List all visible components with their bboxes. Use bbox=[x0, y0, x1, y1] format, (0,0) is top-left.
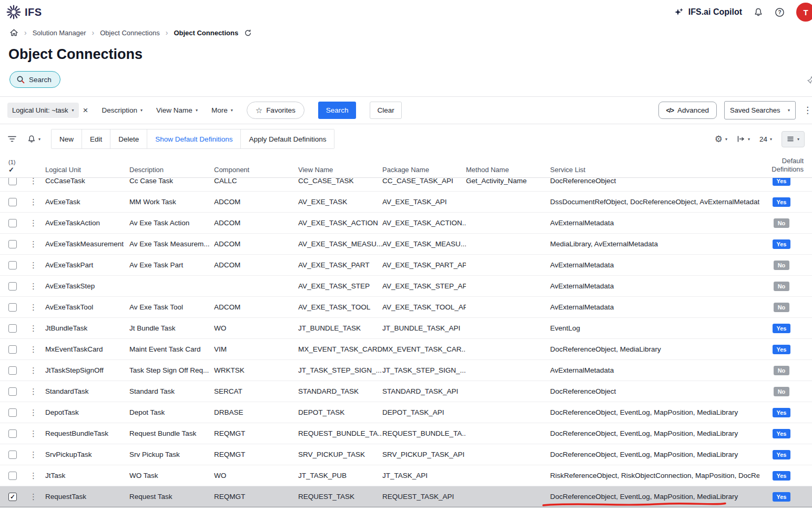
default-definitions-badge: No bbox=[774, 261, 790, 270]
row-menu-icon[interactable]: ⋮ bbox=[29, 218, 37, 227]
row-checkbox[interactable] bbox=[8, 240, 17, 248]
copilot-button[interactable]: IFS.ai Copilot bbox=[674, 7, 742, 17]
row-menu-icon[interactable]: ⋮ bbox=[29, 471, 37, 480]
chevron-down-icon: ▾ bbox=[38, 137, 40, 142]
row-checkbox[interactable] bbox=[8, 324, 17, 333]
table-row[interactable]: ⋮AvExeTaskMM Work TaskADCOMAV_EXE_TASKAV… bbox=[0, 192, 812, 213]
cell-view-name: DEPOT_TASK bbox=[298, 408, 382, 416]
notifications-bell-icon[interactable] bbox=[754, 7, 763, 17]
row-menu-icon[interactable]: ⋮ bbox=[29, 492, 37, 501]
cell-package-name: CC_CASE_TASK_API bbox=[382, 178, 466, 185]
select-all-check-icon[interactable]: ✓ bbox=[8, 166, 14, 174]
row-checkbox[interactable] bbox=[8, 408, 17, 417]
table-row[interactable]: ⋮AvExeTaskToolAv Exe Task ToolADCOMAV_EX… bbox=[0, 297, 812, 318]
row-menu-icon[interactable]: ⋮ bbox=[29, 429, 37, 438]
cell-service-list: AvExternalMetadata bbox=[550, 261, 759, 269]
row-checkbox[interactable] bbox=[8, 429, 17, 438]
table-row[interactable]: ⋮CcCaseTaskCc Case TaskCALLCCC_CASE_TASK… bbox=[0, 178, 812, 192]
row-menu-icon[interactable]: ⋮ bbox=[29, 408, 37, 417]
row-menu-icon[interactable]: ⋮ bbox=[29, 178, 37, 185]
remove-filter-icon[interactable]: × bbox=[83, 106, 88, 115]
row-menu-icon[interactable]: ⋮ bbox=[29, 366, 37, 375]
column-header-view-name[interactable]: View Name bbox=[298, 166, 382, 174]
table-settings-dropdown[interactable]: ⚙ ▾ bbox=[715, 135, 727, 144]
row-checkbox[interactable] bbox=[8, 387, 17, 396]
search-button[interactable]: Search bbox=[318, 102, 357, 119]
advanced-search-button[interactable]: </> Advanced bbox=[658, 102, 717, 119]
table-row[interactable]: ⋮AvExeTaskStepAV_EXE_TASK_STEPAV_EXE_TAS… bbox=[0, 276, 812, 297]
favorites-button[interactable]: ☆ Favorites bbox=[247, 102, 304, 119]
cell-logical-unit: RequestTask bbox=[45, 493, 129, 501]
row-checkbox[interactable] bbox=[8, 282, 17, 291]
table-row[interactable]: ⋮MxEventTaskCardMaint Event Task CardVIM… bbox=[0, 339, 812, 360]
table-row[interactable]: ⋮AvExeTaskPartAv Exe Task PartADCOMAV_EX… bbox=[0, 255, 812, 276]
row-checkbox[interactable] bbox=[8, 345, 17, 354]
table-row[interactable]: ✓⋮RequestTaskRequest TaskREQMGTREQUEST_T… bbox=[0, 486, 812, 507]
default-definitions-badge: Yes bbox=[773, 239, 791, 249]
table-row[interactable]: ⋮RequestBundleTaskRequest Bundle TaskREQ… bbox=[0, 423, 812, 444]
brand[interactable]: IFS bbox=[5, 4, 42, 21]
row-menu-icon[interactable]: ⋮ bbox=[29, 345, 37, 354]
column-header-method-name[interactable]: Method Name bbox=[466, 166, 550, 174]
pin-icon[interactable] bbox=[807, 76, 812, 84]
table-row[interactable]: ⋮JtTaskStepSignOffTask Step Sign Off Req… bbox=[0, 360, 812, 381]
row-checkbox[interactable] bbox=[8, 219, 17, 227]
filter-overflow-menu-icon[interactable]: ⋮ bbox=[803, 105, 812, 116]
filter-lines-icon[interactable] bbox=[7, 135, 17, 143]
filter-view-name-dropdown[interactable]: View Name ▾ bbox=[156, 106, 198, 114]
filter-chip-logical-unit[interactable]: Logical Unit: ~task ▾ bbox=[7, 103, 79, 118]
column-freeze-dropdown[interactable]: ▾ bbox=[737, 135, 750, 143]
refresh-icon[interactable] bbox=[244, 29, 252, 37]
ifs-logo-icon bbox=[5, 4, 22, 21]
row-checkbox[interactable] bbox=[8, 451, 17, 459]
row-checkbox[interactable] bbox=[8, 261, 17, 269]
column-header-logical-unit[interactable]: Logical Unit bbox=[45, 166, 129, 174]
row-checkbox[interactable]: ✓ bbox=[8, 493, 17, 501]
table-row[interactable]: ⋮StandardTaskStandard TaskSERCATSTANDARD… bbox=[0, 381, 812, 402]
cell-service-list: AvExternalMetadata bbox=[550, 366, 759, 374]
open-search-button[interactable]: Search bbox=[9, 71, 60, 88]
breadcrumb-solution-manager[interactable]: Solution Manager bbox=[33, 29, 86, 37]
filter-description-dropdown[interactable]: Description ▾ bbox=[102, 106, 143, 114]
view-mode-toggle[interactable]: ▾ bbox=[781, 131, 805, 147]
apply-default-definitions-button[interactable]: Apply Default Definitions bbox=[241, 129, 334, 148]
row-menu-icon[interactable]: ⋮ bbox=[29, 450, 37, 459]
subscribe-dropdown[interactable]: ▾ bbox=[27, 135, 40, 143]
new-button[interactable]: New bbox=[52, 129, 82, 148]
table-row[interactable]: ⋮JtBundleTaskJt Bundle TaskWOJT_BUNDLE_T… bbox=[0, 318, 812, 339]
row-menu-icon[interactable]: ⋮ bbox=[29, 239, 37, 248]
row-menu-icon[interactable]: ⋮ bbox=[29, 324, 37, 333]
row-checkbox[interactable] bbox=[8, 472, 17, 480]
breadcrumb-object-connections[interactable]: Object Connections bbox=[100, 29, 159, 37]
table-row[interactable]: ⋮AvExeTaskMeasurementAv Exe Task Measure… bbox=[0, 234, 812, 255]
home-icon[interactable] bbox=[9, 28, 18, 37]
column-header-description[interactable]: Description bbox=[129, 166, 214, 174]
filter-more-dropdown[interactable]: More ▾ bbox=[211, 106, 233, 114]
edit-button[interactable]: Edit bbox=[82, 129, 110, 148]
row-checkbox[interactable] bbox=[8, 366, 17, 375]
table-row[interactable]: ⋮AvExeTaskActionAv Exe Task ActionADCOMA… bbox=[0, 213, 812, 234]
table-row[interactable]: ⋮SrvPickupTaskSrv Pickup TaskREQMGTSRV_P… bbox=[0, 444, 812, 465]
row-checkbox[interactable] bbox=[8, 198, 17, 206]
row-menu-icon[interactable]: ⋮ bbox=[29, 197, 37, 206]
row-checkbox[interactable] bbox=[8, 178, 17, 185]
row-menu-icon[interactable]: ⋮ bbox=[29, 282, 37, 291]
column-header-service-list[interactable]: Service List bbox=[550, 166, 759, 174]
clear-button[interactable]: Clear bbox=[370, 102, 401, 119]
table-row[interactable]: ⋮DepotTaskDepot TaskDRBASEDEPOT_TASKDEPO… bbox=[0, 402, 812, 423]
row-menu-icon[interactable]: ⋮ bbox=[29, 387, 37, 396]
help-icon[interactable]: ? bbox=[775, 7, 785, 17]
table-row[interactable]: ⋮JtTaskWO TaskWOJT_TASK_PUBJT_TASK_APIRi… bbox=[0, 465, 812, 486]
column-header-default-definitions[interactable]: Default Definitions bbox=[759, 157, 804, 174]
column-header-package-name[interactable]: Package Name bbox=[382, 166, 466, 174]
delete-button[interactable]: Delete bbox=[110, 129, 147, 148]
show-default-definitions-button[interactable]: Show Default Definitions bbox=[147, 129, 241, 148]
column-header-component[interactable]: Component bbox=[214, 166, 298, 174]
user-avatar[interactable]: T bbox=[796, 3, 812, 22]
saved-searches-dropdown[interactable]: Saved Searches ▾ bbox=[724, 101, 796, 119]
row-menu-icon[interactable]: ⋮ bbox=[29, 303, 37, 312]
cell-view-name: AV_EXE_TASK_STEP bbox=[298, 282, 382, 290]
row-menu-icon[interactable]: ⋮ bbox=[29, 261, 37, 269]
row-checkbox[interactable] bbox=[8, 303, 17, 312]
page-size-dropdown[interactable]: 24 ▾ bbox=[759, 135, 772, 143]
